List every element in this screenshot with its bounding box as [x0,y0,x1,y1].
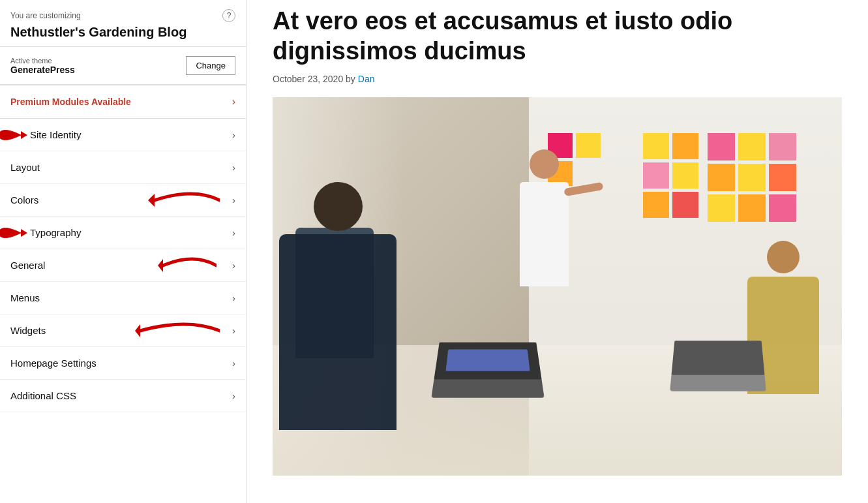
nav-item-label-general: General [10,260,45,271]
customizing-label-row: You are customizing ? [10,9,235,22]
nav-chevron-menus: › [232,292,235,303]
nav-item-label-colors: Colors [10,194,38,206]
post-title-line2: dignissimos ducimus [273,37,526,65]
nav-item-label-menus: Menus [10,292,40,303]
post-title-line1: At vero eos et accusamus et iusto odio [273,7,732,35]
person-4 [744,241,822,423]
active-theme-label: Active theme [10,57,75,65]
post-featured-image [273,97,842,476]
nav-item-label-site-identity: Site Identity [30,129,81,140]
nav-item-label-widgets: Widgets [10,325,46,336]
svg-marker-2 [21,229,27,237]
laptop-2 [670,341,766,391]
content-area: At vero eos et accusamus et iusto odio d… [247,0,868,503]
nav-item-general[interactable]: General › [0,249,246,282]
customizing-text: You are customizing [10,11,81,20]
general-arrow [158,249,217,282]
post-date: October 23, 2020 [273,74,343,84]
help-icon[interactable]: ? [222,9,235,22]
nav-item-widgets[interactable]: Widgets › [0,314,246,347]
nav-item-label-layout: Layout [10,162,40,173]
customizer-sidebar: You are customizing ? Nethustler's Garde… [0,0,247,503]
colors-arrow [148,184,220,217]
nav-item-menus[interactable]: Menus › [0,282,246,314]
person-2-foreground [273,182,403,476]
nav-item-label-additional-css: Additional CSS [10,390,76,401]
person-3-standing [512,149,577,358]
nav-item-homepage-settings[interactable]: Homepage Settings › [0,347,246,380]
nav-item-colors[interactable]: Colors › [0,184,246,217]
nav-chevron-homepage-settings: › [232,358,235,369]
nav-item-typography[interactable]: Typography › [0,217,246,249]
sticky-notes-right [708,133,796,222]
nav-chevron-layout: › [232,162,235,173]
sidebar-header: You are customizing ? Nethustler's Garde… [0,0,246,47]
active-theme-name: GeneratePress [10,65,75,75]
nav-chevron-additional-css: › [232,390,235,401]
laptop-1 [431,343,544,398]
svg-marker-0 [21,131,27,139]
svg-marker-3 [158,259,163,272]
widgets-arrow [135,314,220,347]
nav-chevron-widgets: › [232,325,235,336]
nav-chevron-typography: › [232,227,235,238]
nav-chevron-general: › [232,260,235,271]
post-by: by [346,74,358,84]
site-identity-arrow [0,122,27,148]
site-title: Nethustler's Gardening Blog [10,25,235,40]
nav-item-site-identity[interactable]: Site Identity › [0,119,246,151]
sticky-notes-center-right [643,133,698,218]
nav-item-label-typography: Typography [30,227,81,238]
nav-items-list: Site Identity › Layout › Colors › Typogr… [0,119,246,412]
post-title: At vero eos et accusamus et iusto odio d… [273,7,842,66]
premium-banner-label: Premium Modules Available [10,97,131,107]
premium-modules-banner[interactable]: Premium Modules Available › [0,85,246,119]
change-theme-button[interactable]: Change [186,56,235,75]
svg-marker-4 [135,324,140,337]
nav-item-layout[interactable]: Layout › [0,151,246,184]
active-theme-info: Active theme GeneratePress [10,57,75,75]
nav-chevron-colors: › [232,194,235,206]
post-meta: October 23, 2020 by Dan [273,74,842,84]
nav-item-label-homepage-settings: Homepage Settings [10,358,97,369]
post-image-background [273,97,842,476]
svg-marker-1 [148,194,155,207]
post-author-link[interactable]: Dan [358,74,375,84]
nav-chevron-site-identity: › [232,129,235,140]
premium-chevron-icon: › [232,96,235,108]
typography-arrow [0,220,27,246]
nav-item-additional-css[interactable]: Additional CSS › [0,380,246,412]
active-theme-row: Active theme GeneratePress Change [0,47,246,85]
